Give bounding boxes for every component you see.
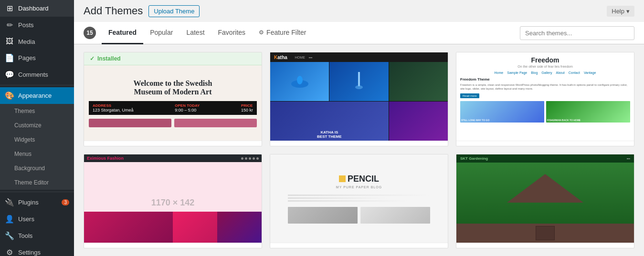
sidebar-item-menus[interactable]: Menus	[0, 147, 74, 161]
plugins-badge: 3	[62, 199, 69, 205]
freedom-title: Freedom	[460, 56, 630, 64]
help-button[interactable]: Help ▾	[607, 6, 634, 17]
sidebar-item-plugins[interactable]: 🔌 Plugins 3	[0, 194, 74, 211]
svg-point-1	[297, 76, 303, 84]
price-label: PRICE	[241, 103, 253, 108]
ef-main-area: 1170 × 142	[84, 162, 262, 243]
freedom-nav-gallery: Gallery	[541, 71, 552, 74]
pencil-img-2	[360, 207, 430, 224]
ef-img-fashion-1	[84, 212, 173, 243]
tab-featured[interactable]: Featured	[102, 22, 143, 44]
gear-icon: ⚙	[259, 29, 264, 36]
sidebar-item-posts[interactable]: ✏ Posts	[0, 17, 74, 33]
sidebar-item-label: Appearance	[18, 92, 52, 99]
address-label: ADDRESS	[93, 103, 134, 108]
sidebar-item-pages[interactable]: 📄 Pages	[0, 50, 74, 66]
search-input[interactable]	[520, 26, 634, 40]
katha-nav: HOME•••	[295, 56, 312, 59]
theme-name-katha: Katha	[270, 141, 448, 146]
appearance-icon: 🎨	[5, 91, 14, 100]
sidebar-item-label: Media	[18, 38, 35, 45]
sidebar-item-media[interactable]: 🖼 Media	[0, 33, 74, 50]
sidebar-item-dashboard[interactable]: ⊞ Dashboard	[0, 0, 74, 17]
sidebar-item-label: Pages	[18, 54, 36, 61]
theme-card-pencil[interactable]: PENCIL MY PURE PAPER BLOG Pencil	[270, 154, 448, 248]
freedom-nav-sample: Sample Page	[507, 71, 527, 74]
sidebar-item-widgets[interactable]: Widgets	[0, 133, 74, 147]
address-value: 123 Storgatan, Umeå	[93, 108, 134, 113]
dashboard-icon: ⊞	[5, 4, 14, 13]
pencil-line-2	[288, 197, 387, 199]
ef-img-fashion-2	[173, 212, 217, 243]
appearance-submenu: Themes Customize Widgets Menus Backgroun…	[0, 104, 74, 190]
widgets-label: Widgets	[14, 136, 35, 143]
sidebar-item-comments[interactable]: 💬 Comments	[0, 66, 74, 83]
sidebar-item-label: Tools	[18, 232, 32, 239]
freedom-read-more: Read more	[460, 93, 479, 98]
menus-label: Menus	[14, 151, 32, 157]
theme-card-eximious-fashion[interactable]: Eximious Fashion 1170 × 142	[84, 154, 262, 248]
tt-decorative-bars	[89, 119, 257, 127]
tools-icon: 🔧	[5, 231, 14, 240]
freedom-body: Freedom Theme Freedom is a simple, clean…	[460, 77, 630, 98]
tab-feature-filter[interactable]: ⚙ Feature Filter	[252, 22, 313, 44]
theme-preview-freedom: Freedom On the other side of fear lies f…	[456, 52, 634, 141]
tab-latest[interactable]: Latest	[179, 22, 211, 44]
pencil-logo: PENCIL	[339, 174, 379, 184]
pencil-decorative-lines	[288, 195, 430, 203]
svg-point-3	[355, 85, 363, 89]
sidebar-item-background[interactable]: Background	[0, 161, 74, 175]
katha-img-2	[329, 62, 388, 101]
users-icon: 👤	[5, 215, 14, 224]
sidebar-item-tools[interactable]: 🔧 Tools	[0, 227, 74, 244]
freedom-main: Freedom Theme Freedom is a simple, clean…	[460, 77, 630, 98]
main-content: Add Themes Upload Theme Help ▾ 15 Featur…	[74, 0, 644, 256]
installed-badge: ✓ Installed	[84, 52, 262, 65]
theme-count-badge: 15	[84, 27, 96, 39]
tt-body: Welcome to the SwedishMuseum of Modern A…	[84, 65, 262, 141]
sidebar-item-label: Dashboard	[18, 5, 49, 12]
tab-favorites[interactable]: Favorites	[211, 22, 253, 44]
garden-door	[536, 226, 555, 240]
theme-card-freedom[interactable]: Freedom On the other side of fear lies f…	[456, 52, 634, 146]
theme-card-skt-gardening[interactable]: SKT Gardening ••• SKT Gardening	[456, 154, 634, 248]
sidebar-item-users[interactable]: 👤 Users	[0, 211, 74, 227]
search-wrap	[520, 26, 634, 40]
pencil-line-1	[288, 195, 430, 196]
sidebar-item-settings[interactable]: ⚙ Settings	[0, 244, 74, 256]
upload-theme-button[interactable]: Upload Theme	[148, 5, 200, 17]
plugins-icon: 🔌	[5, 198, 14, 207]
tab-popular[interactable]: Popular	[143, 22, 179, 44]
help-label: Help	[612, 8, 624, 15]
theme-preview-twenty-twenty: ✓ Installed Welcome to the SwedishMuseum…	[84, 52, 262, 141]
katha-overlay-text: KATHA ISBEST THEME	[272, 130, 387, 139]
installed-label: Installed	[97, 55, 121, 62]
sidebar-item-themes[interactable]: Themes	[0, 104, 74, 118]
theme-name-eximious: Eximious Fashion	[84, 243, 262, 248]
sidebar-item-label: Comments	[18, 71, 48, 78]
freedom-img1-label: STILL LONG WAY TO GO	[461, 119, 543, 122]
pencil-line-3	[288, 200, 409, 202]
katha-img-4: KATHA ISBEST THEME	[270, 102, 389, 141]
ef-image-row	[84, 212, 262, 243]
garden-header: SKT Gardening •••	[456, 154, 634, 163]
katha-img-3	[389, 62, 448, 101]
ef-dot-2	[245, 157, 247, 160]
theme-card-twenty-twenty[interactable]: ✓ Installed Welcome to the SwedishMuseum…	[84, 52, 262, 146]
tt-info-bar: ADDRESS123 Storgatan, Umeå OPEN TODAY9:0…	[89, 101, 257, 115]
header-left: Add Themes Upload Theme	[84, 5, 200, 17]
sidebar-item-appearance[interactable]: 🎨 Appearance	[0, 87, 74, 104]
sidebar-item-customize[interactable]: Customize	[0, 118, 74, 133]
settings-icon: ⚙	[5, 248, 14, 256]
katha-img-5	[389, 102, 448, 141]
sidebar-item-theme-editor[interactable]: Theme Editor	[0, 175, 74, 190]
theme-name-pencil: Pencil	[270, 243, 448, 248]
ef-dots	[241, 157, 259, 160]
pencil-image-area	[288, 207, 430, 224]
tab-popular-label: Popular	[150, 29, 173, 36]
theme-preview-eximious: Eximious Fashion 1170 × 142	[84, 154, 262, 243]
pencil-img-1	[288, 207, 358, 224]
freedom-nav-contact: Contact	[569, 71, 580, 74]
hours-label: OPEN TODAY	[175, 103, 200, 108]
theme-card-katha[interactable]: Katha HOME•••	[270, 52, 448, 146]
